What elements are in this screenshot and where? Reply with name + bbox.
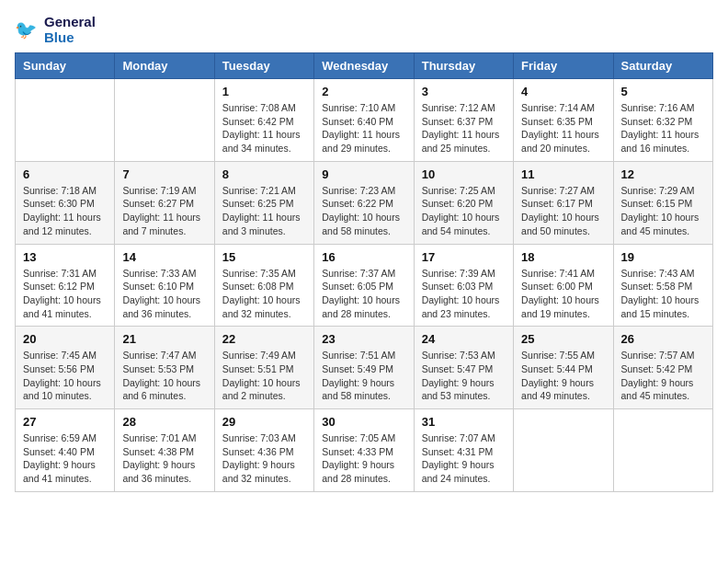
calendar-cell: 29Sunrise: 7:03 AMSunset: 4:36 PMDayligh… <box>214 409 313 492</box>
sunrise-text: Sunrise: 7:37 AM <box>322 267 405 281</box>
calendar-table: SundayMondayTuesdayWednesdayThursdayFrid… <box>15 52 713 492</box>
sunset-text: Sunset: 6:12 PM <box>23 280 107 293</box>
sunrise-text: Sunrise: 7:23 AM <box>322 184 405 198</box>
sunrise-text: Sunrise: 7:03 AM <box>222 431 306 445</box>
calendar-cell: 11Sunrise: 7:27 AMSunset: 6:17 PMDayligh… <box>514 161 613 244</box>
day-number: 16 <box>322 250 405 264</box>
sunrise-text: Sunrise: 7:19 AM <box>122 184 206 198</box>
daylight-text: Daylight: 10 hours and 50 minutes. <box>521 211 605 237</box>
day-info: Sunrise: 7:18 AMSunset: 6:30 PMDaylight:… <box>23 184 107 238</box>
day-info: Sunrise: 7:37 AMSunset: 6:05 PMDaylight:… <box>322 267 405 321</box>
calendar-cell <box>613 409 712 492</box>
calendar-cell <box>514 409 613 492</box>
sunrise-text: Sunrise: 7:55 AM <box>521 349 605 362</box>
day-info: Sunrise: 7:14 AMSunset: 6:35 PMDaylight:… <box>521 101 605 155</box>
day-info: Sunrise: 7:21 AMSunset: 6:25 PMDaylight:… <box>222 184 306 238</box>
sunset-text: Sunset: 5:42 PM <box>621 362 705 376</box>
sunrise-text: Sunrise: 6:59 AM <box>23 431 107 445</box>
day-info: Sunrise: 7:55 AMSunset: 5:44 PMDaylight:… <box>521 349 605 403</box>
daylight-text: Daylight: 10 hours and 10 minutes. <box>23 376 107 403</box>
calendar-cell <box>16 79 115 162</box>
daylight-text: Daylight: 10 hours and 54 minutes. <box>422 211 506 237</box>
day-info: Sunrise: 7:33 AMSunset: 6:10 PMDaylight:… <box>122 267 206 321</box>
day-number: 7 <box>122 167 206 181</box>
calendar-cell: 24Sunrise: 7:53 AMSunset: 5:47 PMDayligh… <box>414 327 513 409</box>
calendar-week-row: 6Sunrise: 7:18 AMSunset: 6:30 PMDaylight… <box>16 161 713 244</box>
sunrise-text: Sunrise: 7:39 AM <box>422 267 506 281</box>
sunrise-text: Sunrise: 7:35 AM <box>222 267 306 281</box>
calendar-cell: 23Sunrise: 7:51 AMSunset: 5:49 PMDayligh… <box>314 327 414 409</box>
sunset-text: Sunset: 5:53 PM <box>122 362 206 376</box>
logo-text: General Blue <box>44 15 96 45</box>
sunrise-text: Sunrise: 7:10 AM <box>322 101 405 115</box>
calendar-cell: 31Sunrise: 7:07 AMSunset: 4:31 PMDayligh… <box>414 409 513 492</box>
daylight-text: Daylight: 9 hours and 45 minutes. <box>621 376 705 403</box>
sunset-text: Sunset: 6:25 PM <box>222 197 306 211</box>
day-info: Sunrise: 7:10 AMSunset: 6:40 PMDaylight:… <box>322 101 405 155</box>
day-number: 8 <box>222 167 306 181</box>
sunset-text: Sunset: 4:40 PM <box>23 445 107 459</box>
calendar-cell: 6Sunrise: 7:18 AMSunset: 6:30 PMDaylight… <box>16 161 115 244</box>
sunset-text: Sunset: 6:32 PM <box>621 115 705 129</box>
logo-icon: 🐦 <box>15 17 40 43</box>
sunset-text: Sunset: 6:40 PM <box>322 115 405 129</box>
day-info: Sunrise: 7:19 AMSunset: 6:27 PMDaylight:… <box>122 184 206 238</box>
sunrise-text: Sunrise: 7:47 AM <box>122 349 206 362</box>
calendar-cell: 13Sunrise: 7:31 AMSunset: 6:12 PMDayligh… <box>16 244 115 327</box>
day-info: Sunrise: 7:08 AMSunset: 6:42 PMDaylight:… <box>222 101 306 155</box>
sunset-text: Sunset: 6:03 PM <box>422 280 506 293</box>
daylight-text: Daylight: 9 hours and 49 minutes. <box>521 376 605 403</box>
sunset-text: Sunset: 6:10 PM <box>122 280 206 293</box>
day-number: 21 <box>122 332 206 346</box>
day-number: 3 <box>422 85 506 98</box>
calendar-cell: 25Sunrise: 7:55 AMSunset: 5:44 PMDayligh… <box>514 327 613 409</box>
daylight-text: Daylight: 9 hours and 24 minutes. <box>422 458 506 485</box>
daylight-text: Daylight: 10 hours and 2 minutes. <box>222 376 306 403</box>
daylight-text: Daylight: 11 hours and 34 minutes. <box>222 128 306 155</box>
calendar-cell: 27Sunrise: 6:59 AMSunset: 4:40 PMDayligh… <box>16 409 115 492</box>
sunset-text: Sunset: 6:08 PM <box>222 280 306 293</box>
calendar-cell: 14Sunrise: 7:33 AMSunset: 6:10 PMDayligh… <box>115 244 214 327</box>
daylight-text: Daylight: 9 hours and 36 minutes. <box>122 458 206 485</box>
day-number: 2 <box>322 85 405 98</box>
calendar-cell: 20Sunrise: 7:45 AMSunset: 5:56 PMDayligh… <box>16 327 115 409</box>
daylight-text: Daylight: 10 hours and 45 minutes. <box>621 211 705 237</box>
calendar-cell: 28Sunrise: 7:01 AMSunset: 4:38 PMDayligh… <box>115 409 214 492</box>
calendar-cell: 16Sunrise: 7:37 AMSunset: 6:05 PMDayligh… <box>314 244 414 327</box>
sunrise-text: Sunrise: 7:43 AM <box>621 267 705 281</box>
calendar-cell: 26Sunrise: 7:57 AMSunset: 5:42 PMDayligh… <box>613 327 712 409</box>
daylight-text: Daylight: 10 hours and 23 minutes. <box>422 293 506 320</box>
day-number: 11 <box>521 167 605 181</box>
daylight-text: Daylight: 9 hours and 32 minutes. <box>222 458 306 485</box>
day-info: Sunrise: 7:07 AMSunset: 4:31 PMDaylight:… <box>422 431 506 486</box>
sunrise-text: Sunrise: 7:33 AM <box>122 267 206 281</box>
sunrise-text: Sunrise: 7:12 AM <box>422 101 506 115</box>
calendar-cell: 17Sunrise: 7:39 AMSunset: 6:03 PMDayligh… <box>414 244 513 327</box>
sunset-text: Sunset: 6:27 PM <box>122 197 206 211</box>
weekday-header-row: SundayMondayTuesdayWednesdayThursdayFrid… <box>16 53 713 79</box>
calendar-cell: 7Sunrise: 7:19 AMSunset: 6:27 PMDaylight… <box>115 161 214 244</box>
calendar-cell: 22Sunrise: 7:49 AMSunset: 5:51 PMDayligh… <box>214 327 313 409</box>
sunset-text: Sunset: 6:22 PM <box>322 197 405 211</box>
day-info: Sunrise: 7:35 AMSunset: 6:08 PMDaylight:… <box>222 267 306 321</box>
sunrise-text: Sunrise: 7:41 AM <box>521 267 605 281</box>
sunset-text: Sunset: 6:30 PM <box>23 197 107 211</box>
sunrise-text: Sunrise: 7:27 AM <box>521 184 605 198</box>
sunset-text: Sunset: 5:44 PM <box>521 362 605 376</box>
sunset-text: Sunset: 5:58 PM <box>621 280 705 293</box>
day-number: 18 <box>521 250 605 264</box>
day-number: 29 <box>222 415 306 429</box>
day-info: Sunrise: 6:59 AMSunset: 4:40 PMDaylight:… <box>23 431 107 486</box>
sunset-text: Sunset: 5:47 PM <box>422 362 506 376</box>
calendar-cell: 4Sunrise: 7:14 AMSunset: 6:35 PMDaylight… <box>514 79 613 162</box>
sunset-text: Sunset: 6:15 PM <box>621 197 705 211</box>
logo: 🐦 General Blue <box>15 15 96 45</box>
day-number: 31 <box>422 415 506 429</box>
calendar-cell: 1Sunrise: 7:08 AMSunset: 6:42 PMDaylight… <box>214 79 313 162</box>
day-info: Sunrise: 7:53 AMSunset: 5:47 PMDaylight:… <box>422 349 506 403</box>
sunrise-text: Sunrise: 7:07 AM <box>422 431 506 445</box>
sunrise-text: Sunrise: 7:21 AM <box>222 184 306 198</box>
sunrise-text: Sunrise: 7:57 AM <box>621 349 705 362</box>
calendar-cell <box>115 79 214 162</box>
sunrise-text: Sunrise: 7:49 AM <box>222 349 306 362</box>
